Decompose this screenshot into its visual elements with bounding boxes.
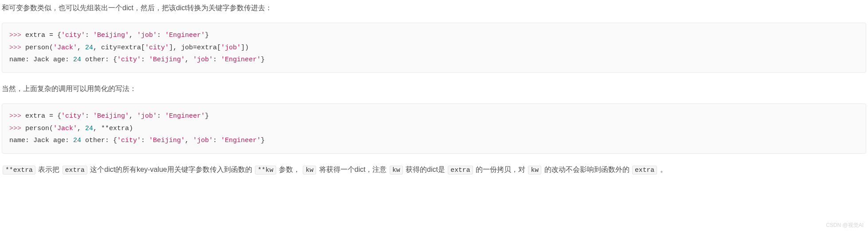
code-number: 24 <box>85 125 93 132</box>
code-string: 'Engineer' <box>221 56 261 63</box>
code-string: 'job' <box>137 112 157 120</box>
code-string: 'job' <box>221 44 241 52</box>
code-text: } <box>205 32 209 39</box>
code-text: extra = { <box>21 32 61 39</box>
code-text: : <box>141 56 149 63</box>
text: 将获得一个dict，注意 <box>317 166 389 173</box>
code-text: ]) <box>241 44 249 52</box>
code-string: 'Beijing' <box>93 112 129 120</box>
code-text: : <box>213 137 221 144</box>
text: 表示把 <box>36 166 62 173</box>
text: 获得的dict是 <box>404 166 447 173</box>
code-number: 24 <box>73 56 81 63</box>
code-text: , <box>129 112 137 120</box>
inline-code: kw <box>303 166 316 175</box>
code-string: 'Engineer' <box>165 32 205 39</box>
code-text: name: Jack age: <box>9 137 73 144</box>
code-string: 'Beijing' <box>149 137 185 144</box>
code-text: , <box>129 32 137 39</box>
code-string: 'city' <box>145 44 169 52</box>
code-text: } <box>205 112 209 120</box>
code-text: , <box>77 125 85 132</box>
code-text: : <box>85 112 93 120</box>
code-string: 'city' <box>117 56 141 63</box>
inline-code: **extra <box>3 166 35 175</box>
paragraph-2: 当然，上面复杂的调用可以用简化的写法： <box>2 83 866 95</box>
text: 。 <box>658 166 667 173</box>
code-text: : <box>157 32 165 39</box>
code-text: } <box>261 56 265 63</box>
code-text: , <box>185 137 193 144</box>
code-string: 'city' <box>117 137 141 144</box>
code-text: other: { <box>81 137 117 144</box>
code-string: 'city' <box>61 32 85 39</box>
code-text: , **extra) <box>93 125 133 132</box>
code-text: person( <box>21 125 53 132</box>
code-number: 24 <box>73 137 81 144</box>
code-block-2: >>> extra = {'city': 'Beijing', 'job': '… <box>2 103 866 154</box>
code-string: 'Jack' <box>53 44 77 52</box>
code-text: extra = { <box>21 112 61 120</box>
code-block-1: >>> extra = {'city': 'Beijing', 'job': '… <box>2 23 866 73</box>
paragraph-3: **extra 表示把 extra 这个dict的所有key-value用关键字… <box>2 163 866 176</box>
code-string: 'Beijing' <box>93 32 129 39</box>
code-string: 'job' <box>137 32 157 39</box>
code-string: 'job' <box>193 137 213 144</box>
code-text: person( <box>21 44 53 52</box>
code-number: 24 <box>85 44 93 52</box>
code-string: 'Engineer' <box>165 112 205 120</box>
inline-code: extra <box>632 166 657 175</box>
code-string: 'city' <box>61 112 85 120</box>
inline-code: kw <box>528 166 541 175</box>
repl-prompt: >>> <box>9 32 21 39</box>
code-text: } <box>261 137 265 144</box>
code-text: , city=extra[ <box>93 44 145 52</box>
code-text: , <box>77 44 85 52</box>
text: 参数， <box>277 166 302 173</box>
repl-prompt: >>> <box>9 112 21 120</box>
code-text: name: Jack age: <box>9 56 73 63</box>
paragraph-1: 和可变参数类似，也可以先组装出一个dict，然后，把该dict转换为关键字参数传… <box>2 2 866 15</box>
repl-prompt: >>> <box>9 125 21 132</box>
code-string: 'Beijing' <box>149 56 185 63</box>
code-text: : <box>213 56 221 63</box>
inline-code: extra <box>63 166 87 175</box>
code-string: 'Jack' <box>53 125 77 132</box>
code-text: : <box>157 112 165 120</box>
code-string: 'job' <box>193 56 213 63</box>
code-text: : <box>85 32 93 39</box>
code-text: , <box>185 56 193 63</box>
text: 这个dict的所有key-value用关键字参数传入到函数的 <box>88 166 254 173</box>
repl-prompt: >>> <box>9 44 21 52</box>
inline-code: **kw <box>255 166 276 175</box>
text: 的改动不会影响到函数外的 <box>542 166 631 173</box>
code-text: other: { <box>81 56 117 63</box>
code-text: : <box>141 137 149 144</box>
inline-code: extra <box>448 166 473 175</box>
inline-code: kw <box>390 166 403 175</box>
text: 的一份拷贝，对 <box>474 166 528 173</box>
code-string: 'Engineer' <box>221 137 261 144</box>
code-text: ], job=extra[ <box>169 44 221 52</box>
